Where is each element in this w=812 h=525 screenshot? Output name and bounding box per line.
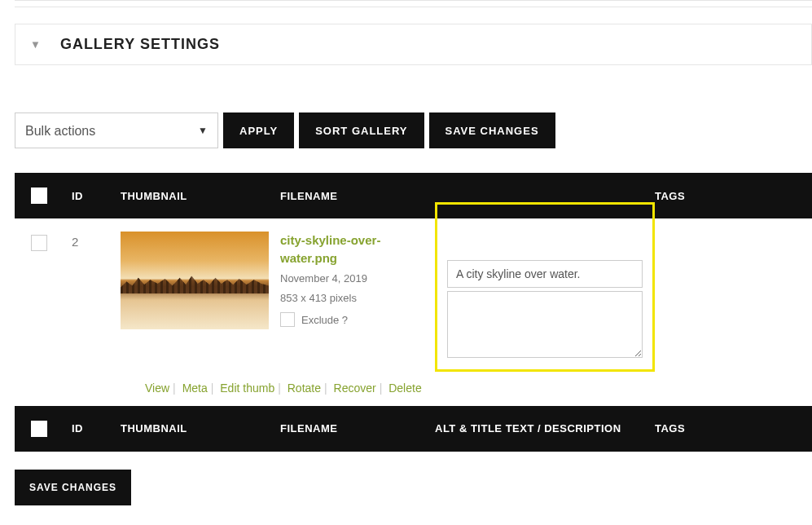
col-tags-header: TAGS bbox=[655, 190, 796, 202]
delete-link[interactable]: Delete bbox=[388, 382, 421, 395]
rotate-link[interactable]: Rotate bbox=[287, 382, 321, 395]
table-footer: ID THUMBNAIL FILENAME ALT & TITLE TEXT /… bbox=[15, 406, 812, 452]
col-thumbnail-header: THUMBNAIL bbox=[121, 190, 280, 202]
gallery-settings-panel[interactable]: ▼ GALLERY SETTINGS bbox=[15, 24, 812, 65]
save-changes-bottom-button[interactable]: SAVE CHANGES bbox=[15, 470, 131, 505]
alt-text-input[interactable] bbox=[447, 260, 643, 288]
apply-button[interactable]: APPLY bbox=[223, 112, 294, 148]
select-all-checkbox-footer[interactable] bbox=[31, 421, 47, 437]
recover-link[interactable]: Recover bbox=[334, 382, 376, 395]
col-alt-footer: ALT & TITLE TEXT / DESCRIPTION bbox=[435, 421, 655, 437]
save-changes-button[interactable]: SAVE CHANGES bbox=[429, 112, 555, 148]
meta-link[interactable]: Meta bbox=[182, 382, 208, 395]
col-alt-header-text: ALT & TITLE TEXT / DESCRIPTION bbox=[447, 211, 643, 249]
bulk-actions-dropdown[interactable]: Bulk actions bbox=[15, 114, 217, 148]
col-filename-header: FILENAME bbox=[280, 190, 435, 202]
file-date: November 4, 2019 bbox=[280, 271, 435, 288]
view-link[interactable]: View bbox=[145, 382, 169, 395]
thumbnail-image[interactable] bbox=[121, 232, 269, 329]
bulk-actions-select[interactable]: Bulk actions ▼ bbox=[15, 112, 218, 148]
file-dimensions: 853 x 413 pixels bbox=[280, 290, 435, 307]
table-row: 2 city-skyline-over-water.png November 4… bbox=[15, 218, 812, 373]
sort-gallery-button[interactable]: SORT GALLERY bbox=[299, 112, 424, 148]
col-tags-footer: TAGS bbox=[655, 422, 796, 435]
exclude-label: Exclude ? bbox=[301, 314, 348, 326]
exclude-checkbox[interactable] bbox=[280, 312, 295, 327]
table-header: ID THUMBNAIL FILENAME TAGS bbox=[15, 173, 812, 218]
col-id-header: ID bbox=[72, 190, 121, 202]
collapse-triangle-icon[interactable]: ▼ bbox=[30, 38, 41, 51]
row-actions: View| Meta| Edit thumb| Rotate| Recover|… bbox=[15, 382, 812, 406]
alt-text-highlight: ALT & TITLE TEXT / DESCRIPTION bbox=[435, 202, 655, 372]
select-all-checkbox[interactable] bbox=[31, 188, 47, 204]
edit-thumb-link[interactable]: Edit thumb bbox=[220, 382, 274, 395]
col-filename-footer: FILENAME bbox=[280, 422, 435, 435]
gallery-table: ID THUMBNAIL FILENAME TAGS 2 city-skylin… bbox=[15, 173, 812, 452]
description-textarea[interactable] bbox=[447, 291, 643, 358]
col-thumbnail-footer: THUMBNAIL bbox=[121, 422, 280, 435]
col-id-footer: ID bbox=[72, 422, 121, 435]
toolbar: Bulk actions ▼ APPLY SORT GALLERY SAVE C… bbox=[15, 112, 812, 148]
top-divider bbox=[15, 0, 812, 7]
row-checkbox[interactable] bbox=[31, 235, 47, 251]
gallery-settings-title: GALLERY SETTINGS bbox=[60, 36, 220, 53]
filename-link[interactable]: city-skyline-over-water.png bbox=[280, 232, 435, 267]
row-id: 2 bbox=[72, 232, 121, 249]
